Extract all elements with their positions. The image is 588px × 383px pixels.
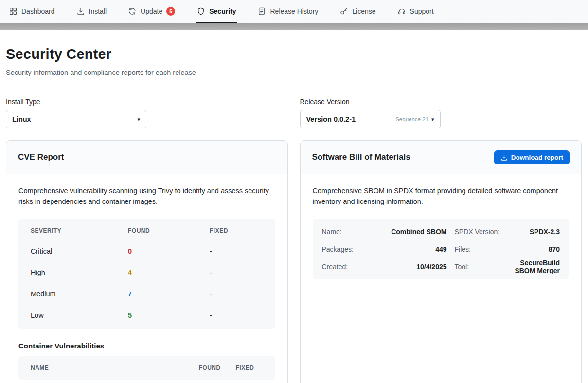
- tab-license[interactable]: License: [339, 0, 376, 23]
- tab-label: Support: [410, 7, 434, 15]
- release-version-value: Version 0.0.2-1: [306, 115, 356, 123]
- sbom-row-3: Created: 10/4/2025 Tool: SecureBuild SBO…: [322, 258, 560, 275]
- detail-label: Tool:: [447, 263, 508, 271]
- sequence-meta: Sequence 21: [395, 116, 428, 122]
- tab-label: Update: [141, 7, 162, 15]
- col-found: FOUND: [199, 365, 236, 371]
- tab-update[interactable]: Update 5: [127, 0, 176, 23]
- container-vulnerabilities-table: NAME FOUND FIXED: [18, 356, 275, 380]
- cards-row: CVE Report Comprehensive vulnerability s…: [6, 140, 582, 383]
- tab-release-history[interactable]: Release History: [256, 0, 319, 23]
- detail-value: 10/4/2025: [373, 263, 447, 271]
- tab-label: Release History: [270, 7, 318, 15]
- fixed-count: -: [210, 290, 263, 298]
- page-divider: [0, 23, 588, 30]
- dashboard-grid-icon: [9, 7, 18, 16]
- sbom-card: Software Bill of Materials Download repo…: [300, 140, 582, 383]
- severity-table-header: SEVERITY FOUND FIXED: [31, 221, 263, 240]
- sbom-card-header: Software Bill of Materials Download repo…: [301, 141, 582, 174]
- sbom-row-2: Packages: 449 Files: 870: [322, 240, 560, 258]
- chevron-down-icon: ▾: [431, 116, 434, 123]
- detail-value: 449: [373, 245, 447, 253]
- install-type-filter: Install Type Linux ▾: [6, 98, 288, 128]
- detail-value: Combined SBOM: [373, 228, 447, 236]
- tab-support[interactable]: Support: [396, 0, 435, 23]
- cve-card-body: Comprehensive vulnerability scanning usi…: [6, 174, 287, 383]
- col-fixed: FIXED: [210, 227, 263, 234]
- install-type-select[interactable]: Linux ▾: [6, 110, 146, 128]
- found-count: 7: [128, 290, 210, 298]
- release-version-filter: Release Version Version 0.0.2-1 Sequence…: [300, 98, 582, 128]
- cve-report-card: CVE Report Comprehensive vulnerability s…: [6, 140, 288, 383]
- sbom-description: Comprehensive SBOM in SPDX format provid…: [313, 186, 566, 207]
- support-headset-icon: [397, 7, 406, 16]
- sbom-card-title: Software Bill of Materials: [312, 152, 410, 162]
- page-title: Security Center: [6, 46, 582, 62]
- top-navigation: Dashboard Install Update 5 Security Rele…: [0, 0, 588, 23]
- severity-table: SEVERITY FOUND FIXED Critical 0 - High 4…: [18, 219, 275, 329]
- cve-card-title: CVE Report: [18, 152, 64, 162]
- tab-label: License: [352, 7, 375, 15]
- tab-install[interactable]: Install: [75, 0, 108, 23]
- document-icon: [257, 7, 266, 16]
- severity-name: Critical: [31, 247, 128, 255]
- container-vulnerabilities-heading: Container Vulnerabilities: [18, 342, 275, 350]
- table-row-medium: Medium 7 -: [31, 283, 263, 305]
- container-table-header: NAME FOUND FIXED: [31, 358, 263, 378]
- release-version-label: Release Version: [300, 98, 582, 106]
- chevron-down-icon: ▾: [137, 116, 140, 123]
- found-count: 4: [128, 269, 210, 276]
- download-icon: [76, 7, 85, 16]
- col-fixed: FIXED: [236, 365, 263, 371]
- detail-label: SPDX Version:: [447, 228, 508, 236]
- install-type-label: Install Type: [6, 98, 288, 106]
- filters-row: Install Type Linux ▾ Release Version Ver…: [6, 98, 582, 128]
- download-icon: [500, 154, 508, 161]
- fixed-count: -: [210, 311, 263, 319]
- severity-name: High: [31, 269, 128, 276]
- download-report-button[interactable]: Download report: [494, 150, 570, 164]
- detail-label: Files:: [447, 245, 508, 253]
- table-row-high: High 4 -: [31, 262, 263, 283]
- tab-security[interactable]: Security: [196, 0, 237, 23]
- sbom-row-1: Name: Combined SBOM SPDX Version: SPDX-2…: [322, 223, 560, 240]
- tab-label: Install: [89, 7, 107, 15]
- severity-name: Medium: [31, 290, 128, 298]
- detail-value: SecureBuild SBOM Merger: [508, 259, 560, 274]
- table-row-critical: Critical 0 -: [31, 240, 263, 262]
- detail-value: SPDX-2.3: [508, 228, 560, 236]
- col-name: NAME: [31, 365, 199, 371]
- detail-value: 870: [508, 245, 560, 253]
- severity-name: Low: [31, 311, 128, 319]
- download-report-label: Download report: [511, 154, 563, 161]
- tab-dashboard[interactable]: Dashboard: [8, 0, 56, 23]
- col-found: FOUND: [128, 227, 210, 234]
- sbom-details-table: Name: Combined SBOM SPDX Version: SPDX-2…: [313, 219, 570, 279]
- tab-label: Dashboard: [21, 7, 55, 15]
- refresh-icon: [128, 7, 137, 16]
- fixed-count: -: [210, 247, 263, 255]
- table-row-low: Low 5 -: [31, 305, 263, 326]
- page-subtitle: Security information and compliance repo…: [6, 69, 582, 76]
- sbom-card-body: Comprehensive SBOM in SPDX format provid…: [301, 174, 582, 291]
- fixed-count: -: [210, 269, 263, 276]
- found-count: 0: [128, 247, 210, 255]
- detail-label: Packages:: [322, 245, 373, 253]
- cve-description: Comprehensive vulnerability scanning usi…: [18, 186, 271, 207]
- install-type-value: Linux: [12, 115, 31, 123]
- shield-icon: [196, 7, 205, 16]
- cve-card-header: CVE Report: [6, 141, 287, 174]
- found-count: 5: [128, 311, 210, 319]
- key-icon: [339, 7, 348, 16]
- tab-label: Security: [209, 7, 236, 15]
- detail-label: Name:: [322, 228, 373, 236]
- update-count-badge: 5: [166, 7, 175, 16]
- release-version-select[interactable]: Version 0.0.2-1 Sequence 21 ▾: [300, 110, 441, 128]
- col-severity: SEVERITY: [31, 227, 128, 234]
- detail-label: Created:: [322, 263, 373, 271]
- main-content: Security Center Security information and…: [0, 46, 588, 383]
